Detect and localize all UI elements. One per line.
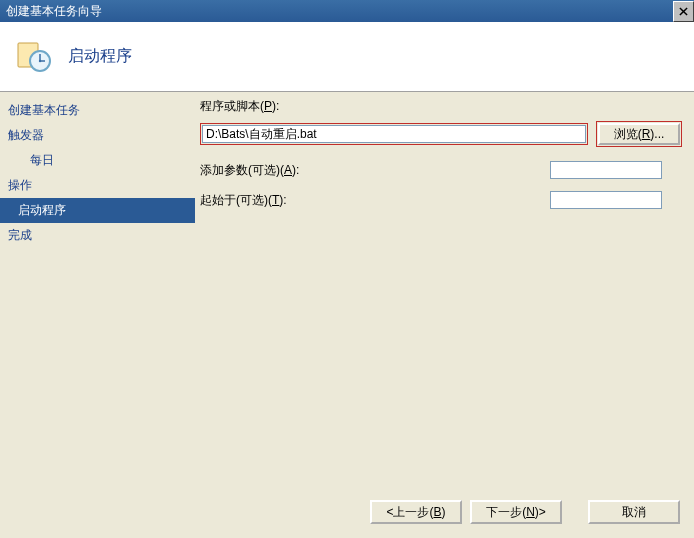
wizard-header: 启动程序 xyxy=(0,22,694,92)
back-button[interactable]: <上一步(B) xyxy=(370,500,462,524)
program-script-row: 浏览(R)... xyxy=(200,121,682,147)
start-in-input[interactable] xyxy=(550,191,662,209)
wizard-body: 创建基本任务 触发器 每日 操作 启动程序 完成 程序或脚本(P): 浏览(R)… xyxy=(0,92,694,538)
add-arguments-input[interactable] xyxy=(550,161,662,179)
start-in-row: 起始于(可选)(T): xyxy=(200,191,682,209)
title-bar: 创建基本任务向导 xyxy=(0,0,694,22)
next-button[interactable]: 下一步(N)> xyxy=(470,500,562,524)
program-script-input-highlight xyxy=(200,123,588,145)
window-title: 创建基本任务向导 xyxy=(6,3,102,20)
add-arguments-row: 添加参数(可选)(A): xyxy=(200,161,682,179)
step-finish[interactable]: 完成 xyxy=(0,223,195,248)
step-start-program[interactable]: 启动程序 xyxy=(0,198,195,223)
browse-button[interactable]: 浏览(R)... xyxy=(598,123,680,145)
browse-button-highlight: 浏览(R)... xyxy=(596,121,682,147)
add-arguments-label: 添加参数(可选)(A): xyxy=(200,162,550,179)
wizard-steps: 创建基本任务 触发器 每日 操作 启动程序 完成 xyxy=(0,98,195,248)
close-button[interactable] xyxy=(673,1,694,22)
step-trigger[interactable]: 触发器 xyxy=(0,123,195,148)
start-in-label: 起始于(可选)(T): xyxy=(200,192,550,209)
wizard-footer: <上一步(B) 下一步(N)> 取消 xyxy=(370,500,680,524)
program-script-label-row: 程序或脚本(P): xyxy=(200,98,682,115)
program-script-label: 程序或脚本(P): xyxy=(200,98,420,115)
cancel-button[interactable]: 取消 xyxy=(588,500,680,524)
spacer xyxy=(570,500,580,524)
program-script-input[interactable] xyxy=(202,125,586,143)
close-icon xyxy=(679,7,688,16)
step-action[interactable]: 操作 xyxy=(0,173,195,198)
svg-point-6 xyxy=(39,59,41,61)
page-title: 启动程序 xyxy=(68,46,132,67)
step-create-basic-task[interactable]: 创建基本任务 xyxy=(0,98,195,123)
start-program-form: 程序或脚本(P): 浏览(R)... 添加参数(可选)(A): 起始于(可选)(… xyxy=(200,98,682,221)
scheduler-icon xyxy=(16,39,52,75)
step-daily[interactable]: 每日 xyxy=(0,148,195,173)
